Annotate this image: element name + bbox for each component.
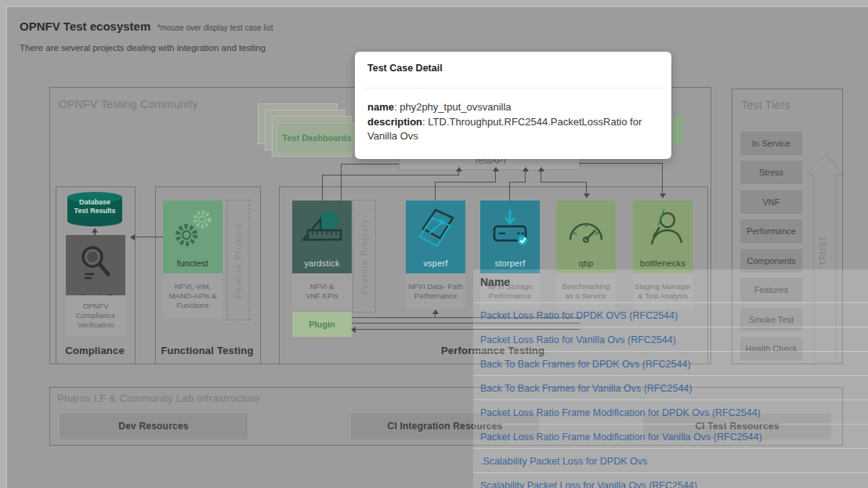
ruler-icon xyxy=(300,207,344,249)
popup-name-value: phy2phy_tput_ovsvanilla xyxy=(400,101,511,113)
dovetail-to-db-arrow xyxy=(92,228,98,233)
database-label: Database Test Results xyxy=(67,198,123,215)
project-label-functest: functest xyxy=(163,258,222,268)
popup-body: name: phy2phy_tput_ovsvanilla descriptio… xyxy=(367,100,660,144)
functional-feature-projects-label: Feature Projects xyxy=(233,222,243,298)
project-tile-storperf[interactable]: storperf xyxy=(480,201,540,273)
paper-plane-icon xyxy=(414,207,458,249)
testing-community-title: OPNFV Testing Community xyxy=(59,98,198,110)
storperf-testapi-line-v xyxy=(509,182,510,201)
bottlenecks-arrow-down xyxy=(660,193,666,198)
storage-download-icon xyxy=(488,207,532,249)
testapi-arrow-1 xyxy=(456,167,462,172)
test-case-row[interactable]: Packet Loss Ratio Frame Modification for… xyxy=(473,424,868,448)
page-header: OPNFV Test ecosystem *mouse over display… xyxy=(20,20,273,34)
test-case-row[interactable]: Scalability Packet Loss for Vanilla Ovs … xyxy=(473,472,868,488)
trust-label: TRUST xyxy=(819,236,827,269)
project-label-storperf: storperf xyxy=(480,258,540,268)
yardstick-description: NFVI & VNF KPIs xyxy=(292,273,352,309)
functest-compliance-arrow xyxy=(130,234,135,240)
popup-name-label: name xyxy=(367,101,394,113)
project-tile-bottlenecks[interactable]: bottlenecks xyxy=(633,201,693,273)
project-tile-qtip[interactable]: qtip xyxy=(556,201,616,273)
plugin-box[interactable]: Plugin xyxy=(292,312,352,337)
functional-section-label: Functional Testing xyxy=(155,345,259,356)
arrow-stem-3 xyxy=(525,172,526,183)
qtip-line-v xyxy=(586,182,587,193)
project-label-yardstick: yardstick xyxy=(292,258,352,268)
page-title: OPNFV Test ecosystem xyxy=(20,20,150,33)
popup-divider xyxy=(364,88,662,89)
vsperf-testapi-line-v xyxy=(435,182,436,201)
compliance-section-label: Compliance xyxy=(56,345,134,356)
test-case-row[interactable]: Packet Loss Ratio Frame Modification for… xyxy=(473,399,868,424)
performance-feature-projects-label: Feature Projects xyxy=(360,219,369,295)
vsperf-testapi-line-h xyxy=(435,182,496,183)
arrow-stem-1 xyxy=(458,172,459,175)
test-case-row[interactable]: Back To Back Frames for DPDK Ovs (RFC254… xyxy=(473,351,868,375)
opnfv-test-ecosystem-page: OPNFV Test ecosystem *mouse over display… xyxy=(0,0,868,488)
functest-description: NFVI, VIM, MANO-APIs & Functions xyxy=(163,273,222,319)
plugin-vsperf-arrow xyxy=(432,309,439,314)
test-case-link[interactable]: .Scalability Packet Loss for DPDK Ovs xyxy=(480,456,647,467)
popup-description-label: description xyxy=(367,116,422,128)
qtip-arrow-down xyxy=(584,193,590,198)
storperf-testapi-line-h xyxy=(509,182,526,183)
test-case-row[interactable]: .Scalability Packet Loss for DPDK Ovs xyxy=(473,448,868,472)
functional-feature-projects-box: Feature Projects xyxy=(226,200,250,320)
plugin-return-arrow xyxy=(351,327,356,333)
testapi-arrow-2 xyxy=(493,167,499,172)
magnifier-icon xyxy=(74,241,118,282)
test-case-row[interactable]: Packet Loss Ratio for DPDK OVS (RFC2544) xyxy=(473,302,868,327)
project-tile-yardstick[interactable]: yardstick xyxy=(292,201,352,273)
project-label-bottlenecks: bottlenecks xyxy=(633,258,693,268)
test-case-list-header: Name xyxy=(480,276,510,288)
testapi-arrow-3 xyxy=(523,167,529,172)
test-case-link[interactable]: Packet Loss Ratio for DPDK OVS (RFC2544) xyxy=(480,310,678,321)
test-case-detail-popup: Test Case Detail name: phy2phy_tput_ovsv… xyxy=(355,52,671,159)
test-tiers-title: Test Tiers xyxy=(741,99,790,111)
tier-button-vnf[interactable]: VNF xyxy=(740,190,802,214)
vsperf-description: NFVI Data- Path Performance xyxy=(406,273,465,309)
tier-button-stress[interactable]: Stress xyxy=(740,161,802,184)
pharos-button-dev-resources[interactable]: Dev Resources xyxy=(60,414,248,439)
tier-button-in-service[interactable]: In Service xyxy=(740,132,802,155)
arrow-stem-4 xyxy=(541,172,541,183)
test-dashboards-card[interactable]: Test Dashboards xyxy=(277,123,357,154)
test-case-link[interactable]: Packet Loss Ratio for Vanilla Ovs (RFC25… xyxy=(480,334,676,345)
popup-title: Test Case Detail xyxy=(367,63,443,74)
bottlenecks-line-h xyxy=(579,163,663,164)
pharos-title: Pharos LF & Community Lab Infrastructure xyxy=(57,392,260,404)
person-icon xyxy=(641,207,685,249)
yardstick-testapi-line-h xyxy=(322,175,459,175)
gears-icon xyxy=(171,207,215,249)
testapi-arrow-4 xyxy=(538,167,544,172)
test-case-row[interactable]: Back To Back Frames for Vanilla Ovs (RFC… xyxy=(473,375,868,399)
tier-button-performance[interactable]: Performance xyxy=(740,219,802,243)
project-tile-vsperf[interactable]: vsperf xyxy=(406,201,465,273)
test-case-link[interactable]: Packet Loss Ratio Frame Modification for… xyxy=(480,407,761,418)
performance-feature-projects-box: Feature Projects xyxy=(353,200,376,313)
yardstick-testapi-line-v xyxy=(322,175,323,201)
qtip-line-h xyxy=(541,182,586,183)
project-label-vsperf: vsperf xyxy=(406,258,465,268)
test-case-link[interactable]: Scalability Packet Loss for Vanilla Ovs … xyxy=(480,480,697,488)
test-case-rows: Packet Loss Ratio for DPDK OVS (RFC2544)… xyxy=(473,302,868,488)
project-tile-functest[interactable]: functest xyxy=(163,201,222,273)
functest-testapi-line-h xyxy=(341,164,399,164)
bottlenecks-line-v xyxy=(662,163,663,193)
test-case-link[interactable]: Back To Back Frames for DPDK Ovs (RFC254… xyxy=(480,359,691,370)
arrow-stem-2 xyxy=(495,172,496,183)
functest-testapi-line-v xyxy=(341,164,342,201)
page-subtitle: There are several projects dealing with … xyxy=(20,43,266,52)
project-label-qtip: qtip xyxy=(556,258,616,268)
test-case-row[interactable]: Packet Loss Ratio for Vanilla Ovs (RFC25… xyxy=(473,327,868,351)
dovetail-description: OPNFV Compliance Verification xyxy=(66,295,125,336)
test-case-list-panel: Name Packet Loss Ratio for DPDK OVS (RFC… xyxy=(473,269,868,488)
test-case-link[interactable]: Packet Loss Ratio Frame Modification for… xyxy=(480,432,762,443)
functest-compliance-line xyxy=(134,237,163,237)
gauge-icon xyxy=(564,207,608,249)
page-title-note: *mouse over display test case list xyxy=(157,23,273,32)
test-case-link[interactable]: Back To Back Frames for Vanilla Ovs (RFC… xyxy=(480,383,692,394)
